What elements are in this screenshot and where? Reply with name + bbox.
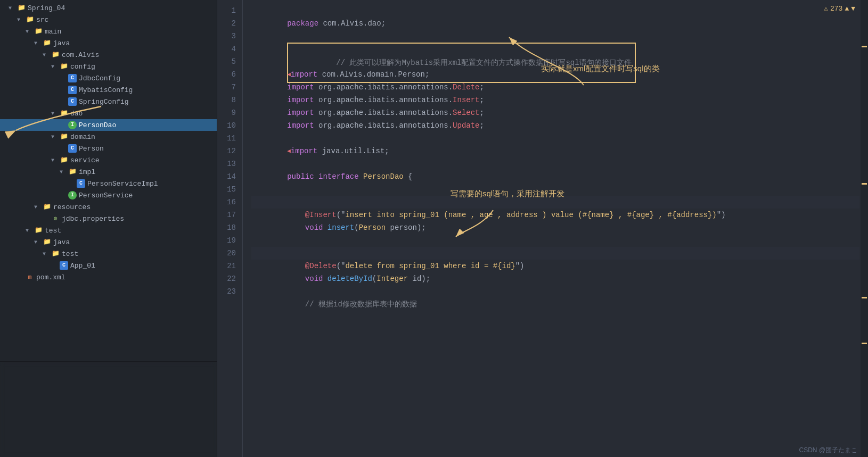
tree-label: PersonDao <box>79 121 116 129</box>
properties-icon: ⚙ <box>51 214 60 223</box>
code-line-22 <box>251 272 859 285</box>
line-num-2: 2 <box>217 17 236 30</box>
code-line-4 <box>251 43 859 55</box>
expand-arrow: ▼ <box>51 111 60 117</box>
folder-icon: 📁 <box>51 51 60 59</box>
tree-item-domain[interactable]: ▼ 📁 domain <box>0 131 217 143</box>
warning-icon: ⚠ <box>824 4 828 13</box>
line-num-22: 22 <box>217 272 236 285</box>
code-editor: 1 2 3 4 5 6 7 8 9 10 11 12 13 14 15 16 1… <box>217 0 868 457</box>
expand-arrow: ▼ <box>43 251 51 257</box>
tree-item-pom[interactable]: ▶ m pom.xml <box>0 271 217 283</box>
expand-arrow: ▼ <box>34 204 43 210</box>
interface-icon: I <box>68 121 77 129</box>
expand-arrow: ▼ <box>51 157 60 163</box>
tree-item-persondao[interactable]: ▶ I PersonDao <box>0 119 217 131</box>
tree-label: Person <box>79 145 104 153</box>
code-line-21: void deleteById(Integer id); <box>251 260 859 272</box>
expand-arrow: ▼ <box>34 239 43 245</box>
folder-icon: 📁 <box>60 62 68 71</box>
tree-item-com-alvis[interactable]: ▼ 📁 com.Alvis <box>0 49 217 61</box>
tree-item-test[interactable]: ▼ 📁 test <box>0 225 217 236</box>
line-num-9: 9 <box>217 106 236 119</box>
code-line-10 <box>251 119 859 132</box>
scroll-mark-2 <box>862 183 867 185</box>
tree-item-personserviceimpl[interactable]: ▶ C PersonServiceImpl <box>0 178 217 189</box>
scroll-mark-4 <box>862 343 867 344</box>
tree-label: config <box>70 63 95 71</box>
file-tree[interactable]: ▼ 📁 Spring_04 ▼ 📁 src ▼ 📁 main ▼ 📁 java <box>0 0 217 361</box>
tree-label: jdbc.properties <box>62 215 124 223</box>
tree-item-jdbc-properties[interactable]: ▶ ⚙ jdbc.properties <box>0 213 217 225</box>
code-line-14 <box>251 170 859 183</box>
tree-label: java <box>53 238 70 246</box>
tree-item-springconfig[interactable]: ▶ C SpringConfig <box>0 96 217 107</box>
tree-item-java[interactable]: ▼ 📁 java <box>0 37 217 49</box>
line-num-20: 20 <box>217 247 236 260</box>
tree-label: service <box>70 156 100 164</box>
tree-label: PersonService <box>79 192 133 200</box>
folder-icon: 📁 <box>43 203 51 211</box>
expand-arrow: ▼ <box>34 40 43 46</box>
tree-item-test2[interactable]: ▼ 📁 test <box>0 248 217 260</box>
code-line-7: import org.apache.ibatis.annotations.Ins… <box>251 81 859 94</box>
line-num-3: 3 <box>217 30 236 43</box>
tree-label: java <box>53 39 70 47</box>
tree-item-person[interactable]: ▶ C Person <box>0 143 217 154</box>
line-num-5: 5 <box>217 55 236 68</box>
tree-label: test <box>45 227 61 235</box>
warning-chevron-down[interactable]: ▼ <box>851 5 855 13</box>
code-line-9: import org.apache.ibatis.annotations.Upd… <box>251 106 859 119</box>
tree-item-src[interactable]: ▼ 📁 src <box>0 14 217 26</box>
code-line-17: void insert(Person person); <box>251 209 859 221</box>
warning-chevron-up[interactable]: ▲ <box>845 5 849 13</box>
tree-label: impl <box>79 168 95 176</box>
code-line-3: // 此类可以理解为Mybatis采用xml配置文件的方式操作数据库时写sql语… <box>251 30 859 43</box>
warning-count: 273 <box>830 5 842 13</box>
interface-icon: I <box>68 191 77 200</box>
class-icon: C <box>68 86 77 94</box>
sidebar-bottom-panel <box>0 361 217 457</box>
tree-label: domain <box>70 133 95 141</box>
tree-item-service[interactable]: ▼ 📁 service <box>0 154 217 166</box>
folder-icon: 📁 <box>26 15 34 24</box>
code-content[interactable]: package com.Alvis.dao; // 此类可以理解为Mybatis… <box>243 0 868 457</box>
class-icon: C <box>68 97 77 106</box>
folder-icon: 📁 <box>60 109 68 118</box>
line-num-7: 7 <box>217 81 236 94</box>
tree-item-main[interactable]: ▼ 📁 main <box>0 26 217 37</box>
expand-arrow: ▼ <box>60 169 68 175</box>
expand-arrow: ▼ <box>51 64 60 70</box>
code-line-16: @Insert("insert into spring_01 (name , a… <box>251 196 859 209</box>
tree-item-mybatisconfig[interactable]: ▶ C MybatisConfig <box>0 84 217 96</box>
code-line-6: import org.apache.ibatis.annotations.Del… <box>251 68 859 81</box>
tree-item-java2[interactable]: ▼ 📁 java <box>0 236 217 248</box>
tree-item-dao[interactable]: ▼ 📁 dao <box>0 107 217 119</box>
tree-item-impl[interactable]: ▼ 📁 impl <box>0 166 217 178</box>
tree-label: App_01 <box>70 262 95 270</box>
line-num-13: 13 <box>217 157 236 170</box>
tree-item-resources[interactable]: ▼ 📁 resources <box>0 201 217 213</box>
scroll-mark-3 <box>862 297 867 298</box>
tree-item-personservice[interactable]: ▶ I PersonService <box>0 189 217 201</box>
code-line-19: // 根据id删除数据库表中的数据 <box>251 234 859 247</box>
line-num-15: 15 <box>217 183 236 196</box>
folder-icon: 📁 <box>51 250 60 258</box>
tree-label: Spring_04 <box>28 4 65 12</box>
tree-label: SpringConfig <box>79 98 129 106</box>
line-num-12: 12 <box>217 145 236 157</box>
line-num-19: 19 <box>217 234 236 247</box>
line-num-10: 10 <box>217 119 236 132</box>
class-icon: C <box>68 74 77 82</box>
scroll-indicators <box>861 0 868 457</box>
tree-label: resources <box>53 203 91 211</box>
tree-item-app01[interactable]: ▶ C App_01 <box>0 260 217 271</box>
tree-label: MybatisConfig <box>79 86 133 94</box>
line-num-6: 6 <box>217 68 236 81</box>
tree-item-config[interactable]: ▼ 📁 config <box>0 61 217 72</box>
folder-icon: 📁 <box>60 132 68 141</box>
class-icon: C <box>60 261 68 270</box>
tree-item-spring04[interactable]: ▼ 📁 Spring_04 <box>0 2 217 14</box>
code-line-2 <box>251 17 859 30</box>
tree-item-jdbcconfig[interactable]: ▶ C JdbcConfig <box>0 72 217 84</box>
